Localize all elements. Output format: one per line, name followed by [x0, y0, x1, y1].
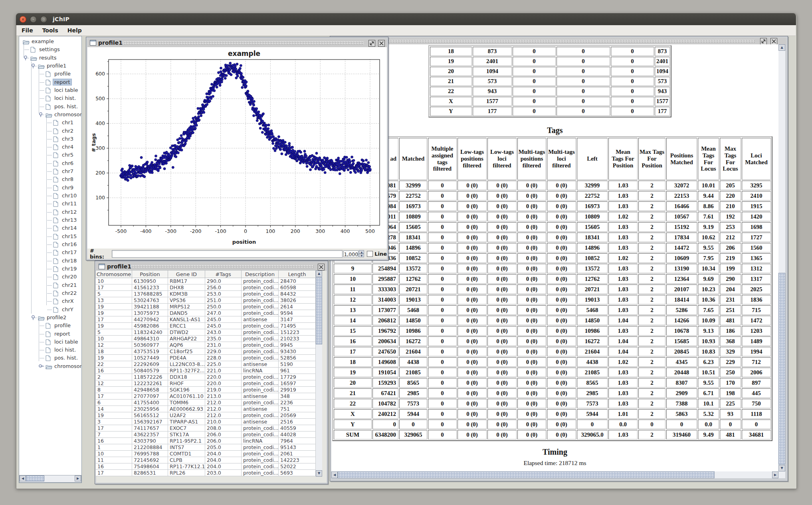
table-row[interactable]: 1212208884INTS7205.0protein_codi...95143	[96, 444, 316, 451]
tags-col-header: Low-tags positions filtered	[457, 138, 487, 180]
tree-collapse-icon[interactable]	[31, 63, 36, 69]
plot-frame-title: profile1	[98, 40, 123, 46]
close-icon[interactable]	[378, 40, 385, 47]
tree-connector	[40, 90, 44, 91]
table-row[interactable]: 5118324240DTWD2243.0protein_codi...15122…	[96, 329, 316, 336]
table-row[interactable]: 1250360977AQP6231.0protein_codi...9945	[96, 342, 316, 348]
gene-scroll-thumb[interactable]	[316, 277, 322, 344]
maximize-icon[interactable]	[760, 38, 767, 45]
table-row[interactable]: 1076995788COMTD1204.0protein_codi...2061	[96, 451, 316, 457]
tree-collapse-icon[interactable]	[38, 112, 43, 117]
gene-col-header[interactable]: Length	[279, 270, 316, 278]
tree-connector	[47, 188, 52, 188]
table-row[interactable]: 178286531RPL26203.0protein_codi...5693	[96, 470, 316, 476]
reads-summary-table: 1887300087319240100024012010940001094215…	[428, 45, 671, 117]
maximize-icon[interactable]	[368, 40, 375, 47]
window-close-icon[interactable]: x	[20, 16, 26, 23]
tree-connector	[47, 277, 52, 277]
tags-heading: Tags	[331, 126, 778, 135]
spinner-up-icon[interactable]: ▲	[359, 250, 364, 254]
table-row[interactable]: 12122232261RHOF220.0protein_codi...16597	[96, 380, 316, 387]
tree-collapse-icon[interactable]	[23, 55, 28, 61]
gene-col-header[interactable]: Gene ID	[168, 270, 205, 278]
bins-input[interactable]	[112, 250, 343, 258]
table-row[interactable]: 1741561233DHX8256.0protein_codi...60598	[96, 284, 316, 291]
scroll-down-icon[interactable]: ▼	[316, 470, 322, 477]
tree-horizontal-scrollbar[interactable]: ◀ ▶	[19, 475, 81, 483]
table-row[interactable]: 1650840579RP11-327F2...221.0lincRNA961	[96, 368, 316, 374]
table-row[interactable]: 1172145692CLPB204.0protein_codi...142223	[96, 457, 316, 463]
bins-spinner[interactable]: ▲ ▼	[359, 250, 364, 257]
gene-col-header[interactable]: #Tags	[205, 270, 242, 278]
table-row[interactable]: 1939421188MRPS12250.0protein_codi...2614	[96, 304, 316, 310]
table-row[interactable]: 5137688285KDM3B253.0protein_codi...84432	[96, 291, 316, 297]
file-icon	[46, 71, 51, 77]
scroll-down-icon[interactable]: ▼	[778, 465, 785, 471]
menu-file[interactable]: File	[18, 26, 37, 35]
spinner-down-icon[interactable]: ▼	[359, 254, 364, 257]
report-scroll-thumb[interactable]	[778, 273, 785, 465]
table-row[interactable]: 1049864310ARHGAP22235.0protein_codi...21…	[96, 336, 316, 342]
table-row[interactable]: 1675498604RP11-77K12.1204.0protein_codi.…	[96, 463, 316, 470]
table-row: 2010940001094	[430, 67, 670, 76]
table-row[interactable]: 106130950RBM17290.0protein_codi...28470	[96, 278, 316, 284]
line-checkbox[interactable]	[367, 251, 373, 257]
table-row[interactable]: 1913075973DAND5247.0protein_codi...9594	[96, 310, 316, 316]
window-maximize-icon[interactable]: ▫	[40, 16, 47, 23]
table-row[interactable]: 1945982086ERCC1245.0protein_codi...71495	[96, 323, 316, 329]
table-row[interactable]: 1956165512U2AF2212.0protein_codi...20569	[96, 412, 316, 419]
tree-item-label: settings	[38, 46, 61, 52]
gene-col-header[interactable]: Description	[242, 270, 279, 278]
svg-text:-200: -200	[190, 228, 201, 234]
scroll-left-icon[interactable]: ◀	[20, 475, 26, 481]
table-row[interactable]: 164303790RP11-95P2.1206.0lincRNA7964	[96, 438, 316, 444]
plot-frame-titlebar[interactable]: profile1	[87, 38, 387, 47]
file-icon	[30, 47, 36, 53]
gene-vertical-scrollbar[interactable]: ▲ ▼	[316, 270, 322, 477]
table-row[interactable]: 2222292609LL22NC03-8...225.0antisense519…	[96, 361, 316, 368]
scroll-right-icon[interactable]: ▶	[772, 471, 778, 478]
menu-tools[interactable]: Tools	[38, 26, 62, 35]
table-row[interactable]: 842948658SGK196219.0protein_codi...29919	[96, 387, 316, 393]
scroll-up-icon[interactable]: ▲	[316, 270, 322, 277]
tree-connector	[47, 171, 52, 172]
file-icon	[46, 95, 51, 101]
table-row[interactable]: 2118572226DDX18220.0protein_codi...17729	[96, 374, 316, 380]
table-row[interactable]: 1774117657EXOC7208.0protein_codi...40559	[96, 425, 316, 431]
tree-collapse-icon[interactable]	[31, 315, 36, 320]
scroll-left-icon[interactable]: ◀	[331, 471, 338, 478]
bins-spinner-value[interactable]: 1,000	[343, 251, 358, 257]
table-row[interactable]: 1744270942KANSL1-AS1245.0antisense3147	[96, 316, 316, 323]
gene-col-header[interactable]: Chromosome	[96, 270, 132, 278]
table-row[interactable]: 1423025956AE000662.93212.0antisense751	[96, 406, 316, 412]
scroll-up-icon[interactable]: ▲	[778, 44, 785, 51]
menu-help[interactable]: Help	[63, 26, 86, 35]
file-icon	[53, 217, 58, 223]
report-frame-titlebar[interactable]	[331, 38, 786, 45]
table-row[interactable]: 1843753519C18orf25229.0protein_codi...93…	[96, 348, 316, 355]
gene-col-header[interactable]: Position	[132, 270, 168, 278]
report-hscroll-thumb[interactable]	[338, 471, 715, 478]
table-row[interactable]: 641755400TOMM6212.0protein_codi...2236	[96, 400, 316, 406]
table-row[interactable]: 1727077097AC010761.10213.0antisense348	[96, 393, 316, 400]
table-row: 0813299900 (0)0 (0)0 (0)0 (0)329991.0323…	[334, 181, 771, 190]
table-row[interactable]: 1910527449PDE4A228.0protein_codi...52856	[96, 355, 316, 361]
tree-expand-icon[interactable]	[38, 364, 44, 368]
scroll-right-icon[interactable]: ▶	[75, 475, 81, 481]
table-row[interactable]: 743622357STK17A206.0protein_codi...44028	[96, 431, 316, 438]
svg-text:300: 300	[95, 145, 105, 151]
close-icon[interactable]	[770, 38, 777, 45]
tree-scroll-thumb[interactable]	[26, 475, 44, 481]
folder-icon	[38, 315, 45, 321]
table-row[interactable]: 1353024763VPS36251.0protein_codi...38026	[96, 297, 316, 304]
close-icon[interactable]	[318, 264, 325, 270]
window-titlebar[interactable]: x – ▫ jChIP	[16, 13, 796, 25]
report-vertical-scrollbar[interactable]: ▲ ▼	[778, 44, 785, 471]
tree-item-label: chr4	[61, 144, 75, 150]
tree-connector	[47, 228, 52, 229]
tree-connector	[47, 285, 52, 286]
loci-frame-titlebar[interactable]: profile1	[96, 262, 327, 271]
table-row[interactable]: 3156392167TIPARP-AS1210.0antisense2516	[96, 419, 316, 425]
report-horizontal-scrollbar[interactable]: ◀ ▶	[331, 471, 785, 478]
window-minimize-icon[interactable]: –	[30, 16, 37, 23]
